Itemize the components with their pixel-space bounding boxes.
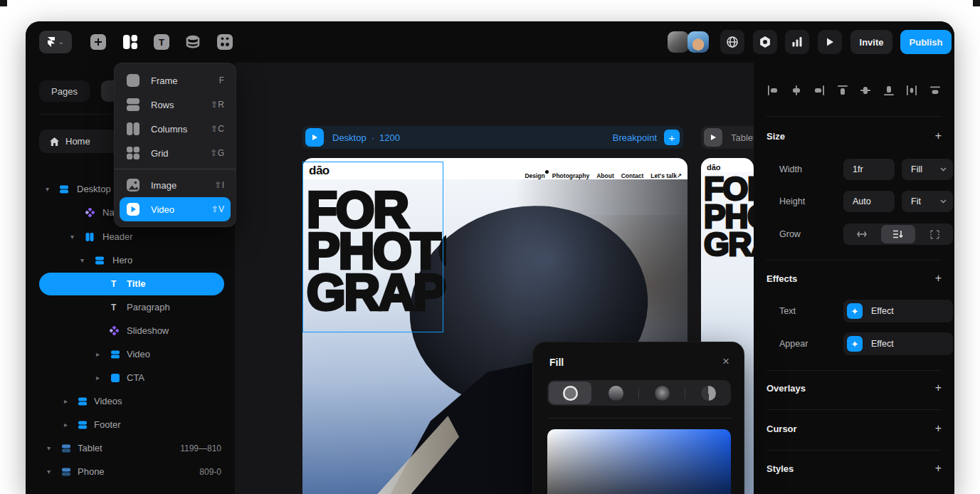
plugins-button[interactable] (753, 30, 777, 54)
width-mode-select[interactable]: Fill (902, 159, 953, 180)
layer-row-header[interactable]: ▾ Header (26, 225, 235, 248)
fill-popup: Fill × (532, 342, 744, 494)
selection-outline[interactable] (302, 162, 443, 332)
menu-item-columns[interactable]: Columns ⇧C (120, 117, 231, 141)
rows-icon (60, 185, 68, 194)
text-tool-icon: T (154, 34, 169, 50)
framer-logo-menu-button[interactable]: ⌄ (39, 31, 72, 53)
add-cursor-button[interactable]: + (935, 422, 942, 435)
layer-row-tablet[interactable]: ▾ Tablet 1199—810 (26, 436, 235, 460)
play-tablet-button[interactable] (704, 128, 722, 147)
layer-row-paragraph[interactable]: T Paragraph (26, 295, 235, 319)
align-top-icon[interactable] (836, 84, 849, 97)
add-breakpoint-button[interactable]: + (664, 130, 680, 145)
sparkle-icon: ✦ (847, 336, 863, 352)
align-left-icon[interactable] (766, 84, 779, 97)
fill-type-radial-gradient[interactable] (641, 382, 683, 404)
pages-tab[interactable]: Pages (39, 80, 90, 102)
arrow-horizontal-icon (857, 231, 867, 238)
layer-row-phone[interactable]: ▾ Phone 809-0 (26, 460, 235, 483)
layer-row-videos[interactable]: ▸ Videos (26, 389, 235, 413)
caret-right-icon[interactable]: ▸ (64, 397, 68, 405)
play-desktop-button[interactable] (305, 128, 324, 147)
caret-down-icon[interactable]: ▾ (70, 233, 74, 241)
fill-type-angular-gradient[interactable] (687, 382, 729, 404)
width-input[interactable]: 1fr (843, 159, 895, 180)
site-settings-button[interactable] (720, 30, 744, 54)
height-mode-select[interactable]: Fit (902, 191, 953, 212)
layer-row-footer[interactable]: ▸ Footer (26, 413, 235, 436)
breakpoint-label: Breakpoint (613, 132, 657, 143)
rows-icon (126, 98, 140, 112)
layer-row-video[interactable]: ▸ Video (26, 342, 235, 366)
desktop-breakpoint-bar[interactable]: Desktop · 1200 Breakpoint + (302, 126, 683, 149)
menu-item-video-selected[interactable]: Video ⇧V (120, 197, 231, 221)
overlays-section-header: Overlays + (766, 382, 942, 394)
menu-item-grid[interactable]: Grid ⇧G (120, 141, 231, 165)
section-title: Cursor (766, 424, 797, 434)
layer-label: Title (127, 278, 146, 289)
add-overlay-button[interactable]: + (935, 382, 942, 394)
align-bottom-icon[interactable] (882, 84, 895, 97)
layer-row-hero[interactable]: ▾ Hero (26, 248, 235, 272)
layers-tab-partial[interactable] (101, 80, 115, 102)
hero-title[interactable]: FOR PHOTO GRAP (704, 175, 754, 258)
cms-tool-button[interactable] (184, 33, 202, 51)
add-style-button[interactable]: + (935, 462, 942, 475)
analytics-button[interactable] (785, 30, 809, 54)
collaborator-avatar[interactable] (687, 31, 709, 53)
layer-row-slideshow[interactable]: Slideshow (26, 319, 235, 342)
divider (766, 450, 942, 451)
publish-button[interactable]: Publish (900, 30, 952, 54)
align-center-horizontal-icon[interactable] (790, 84, 803, 97)
caret-down-icon[interactable]: ▾ (47, 468, 51, 475)
distribute-vertical-icon[interactable] (929, 84, 942, 97)
text-effect-button[interactable]: ✦ Effect (843, 300, 953, 322)
menu-item-frame[interactable]: Frame F (120, 68, 231, 93)
invite-button[interactable]: Invite (850, 30, 892, 54)
fixed-corners-icon (930, 230, 939, 239)
caret-right-icon[interactable]: ▸ (96, 350, 100, 358)
nav-lets-talk[interactable]: Let's talk↗ (650, 172, 682, 179)
layer-row-title-selected[interactable]: T Title (26, 272, 235, 295)
grow-horizontal-option[interactable] (845, 225, 878, 243)
add-size-button[interactable]: + (935, 130, 942, 142)
tablet-breakpoint-bar[interactable]: Tablet (701, 126, 754, 149)
section-title: Size (766, 131, 785, 142)
caret-down-icon[interactable]: ▾ (46, 185, 49, 193)
nav-contact[interactable]: Contact (621, 172, 644, 179)
caret-down-icon[interactable]: ▾ (47, 444, 51, 452)
caret-right-icon[interactable]: ▸ (64, 421, 68, 429)
frame-icon (111, 374, 120, 382)
color-picker-area[interactable] (547, 429, 731, 494)
grow-fixed-option[interactable] (918, 225, 952, 243)
solid-fill-icon (563, 386, 578, 401)
distribute-horizontal-icon[interactable] (905, 84, 918, 97)
nav-photography[interactable]: Photography (552, 172, 589, 179)
layout-icon (122, 34, 138, 50)
nav-about[interactable]: About (596, 172, 614, 179)
assets-tool-button[interactable] (216, 33, 234, 51)
insert-tool-button[interactable] (89, 33, 107, 51)
grow-vertical-option-selected[interactable] (881, 225, 915, 243)
layer-label: Hero (112, 255, 132, 266)
fill-type-solid[interactable] (549, 382, 591, 404)
layout-tool-button[interactable] (121, 33, 139, 51)
menu-item-image[interactable]: Image ⇧I (120, 173, 231, 197)
appear-effect-button[interactable]: ✦ Effect (843, 332, 953, 355)
collaborator-avatar[interactable] (668, 31, 689, 53)
align-right-icon[interactable] (813, 84, 826, 97)
nav-design[interactable]: Design (525, 172, 544, 179)
text-tool-button[interactable]: T (152, 33, 171, 51)
breakpoint-title[interactable]: Desktop · 1200 (332, 132, 400, 143)
fill-type-linear-gradient[interactable] (594, 382, 637, 404)
height-input[interactable]: Auto (843, 191, 895, 212)
add-effect-button[interactable]: + (935, 272, 942, 285)
close-icon[interactable]: × (722, 354, 729, 369)
caret-right-icon[interactable]: ▸ (96, 374, 100, 382)
menu-item-rows[interactable]: Rows ⇧R (120, 93, 231, 117)
caret-down-icon[interactable]: ▾ (80, 256, 84, 264)
align-center-vertical-icon[interactable] (859, 84, 872, 97)
layer-row-cta[interactable]: ▸ CTA (26, 366, 235, 389)
preview-button[interactable] (818, 30, 842, 54)
